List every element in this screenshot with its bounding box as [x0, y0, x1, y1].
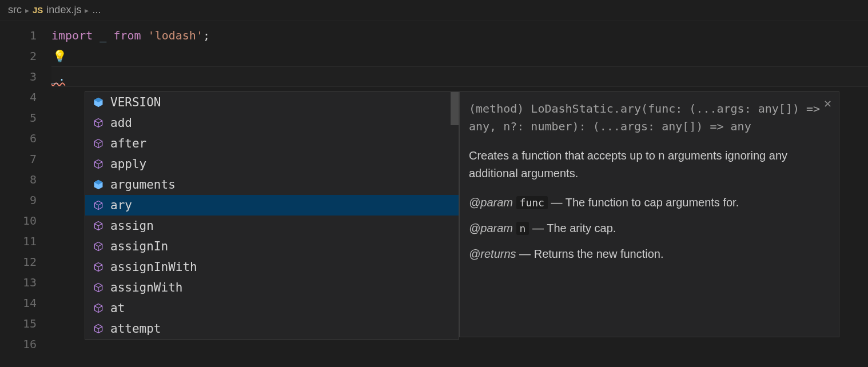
line-number: 14	[0, 293, 37, 313]
doc-signature: (method) LoDashStatic.ary(func: (...args…	[469, 100, 830, 135]
suggestion-item[interactable]: arguments	[85, 174, 459, 195]
file-type-badge: JS	[33, 5, 43, 15]
suggestion-item[interactable]: assignIn	[85, 236, 459, 257]
method-icon	[92, 322, 105, 335]
suggestion-label: assign	[110, 219, 154, 233]
line-number: 12	[0, 252, 37, 272]
suggestion-item[interactable]: at	[85, 298, 459, 318]
suggestion-item[interactable]: attempt	[85, 318, 459, 339]
suggestion-item[interactable]: apply	[85, 154, 459, 174]
method-icon	[92, 158, 105, 170]
suggestion-item[interactable]: ary	[85, 195, 459, 216]
breadcrumb-trailing[interactable]: ...	[92, 4, 101, 16]
line-number: 11	[0, 231, 37, 252]
token-keyword: from	[113, 29, 141, 42]
doc-description: Creates a function that accepts up to n …	[469, 147, 830, 182]
method-icon	[92, 137, 105, 150]
suggestion-label: arguments	[110, 178, 176, 192]
suggestion-label: assignWith	[110, 281, 182, 294]
line-number: 3	[0, 66, 37, 87]
doc-param-name: func	[516, 196, 548, 209]
method-icon	[92, 302, 105, 314]
line-number: 8	[0, 169, 37, 190]
doc-returns: @returns — Returns the new function.	[469, 245, 830, 263]
doc-param-tag: @param	[469, 196, 513, 209]
breadcrumb: src ▸ JS index.js ▸ ...	[0, 0, 868, 21]
doc-returns-desc: Returns the new function.	[534, 248, 664, 260]
breadcrumb-sep-icon: ▸	[85, 6, 89, 15]
token-string: 'lodash'	[148, 29, 203, 42]
method-icon	[92, 261, 105, 273]
suggestion-label: add	[110, 116, 132, 130]
line-number: 16	[0, 334, 37, 354]
suggestion-item[interactable]: assign	[85, 216, 459, 236]
suggestion-label: attempt	[110, 322, 161, 336]
line-number: 7	[0, 149, 37, 169]
suggestion-widget: VERSIONaddafterapplyargumentsaryassignas…	[85, 91, 459, 340]
doc-param-desc: The arity cap.	[547, 222, 616, 234]
code-line[interactable]	[51, 46, 868, 66]
suggestion-list[interactable]: VERSIONaddafterapplyargumentsaryassignas…	[85, 92, 459, 339]
token-punct: ;	[203, 29, 210, 42]
suggestion-label: ary	[110, 198, 132, 212]
suggestion-item[interactable]: after	[85, 133, 459, 154]
doc-param-name: n	[516, 222, 529, 235]
line-number: 13	[0, 272, 37, 293]
breadcrumb-folder[interactable]: src	[8, 4, 22, 16]
suggestion-item[interactable]: assignInWith	[85, 257, 459, 277]
method-icon	[92, 220, 105, 232]
method-icon	[92, 199, 105, 212]
close-icon[interactable]: ✕	[822, 97, 833, 108]
gutter: 12345678910111213141516	[0, 21, 51, 367]
doc-param: @param func — The function to cap argume…	[469, 194, 830, 212]
suggestion-label: VERSION	[110, 95, 161, 109]
method-icon	[92, 240, 105, 253]
token-variable: _	[99, 29, 106, 42]
lightbulb-icon[interactable]: 💡	[53, 46, 67, 66]
line-number: 4	[0, 87, 37, 107]
scrollbar-thumb[interactable]	[451, 92, 459, 125]
method-icon	[92, 281, 105, 294]
field-icon	[92, 178, 105, 191]
line-number: 5	[0, 107, 37, 128]
doc-param-tag: @param	[469, 222, 513, 234]
suggestion-details: ✕ (method) LoDashStatic.ary(func: (...ar…	[459, 91, 839, 337]
method-icon	[92, 117, 105, 129]
breadcrumb-filename[interactable]: index.js	[46, 4, 81, 16]
suggestion-item[interactable]: add	[85, 113, 459, 133]
suggestion-label: assignInWith	[110, 260, 197, 274]
code-line[interactable]: import _ from 'lodash';	[51, 25, 868, 46]
suggestion-item[interactable]: assignWith	[85, 277, 459, 298]
breadcrumb-sep-icon: ▸	[25, 6, 29, 15]
suggestion-item[interactable]: VERSION	[85, 92, 459, 113]
line-number: 2	[0, 46, 37, 66]
suggestion-label: after	[110, 137, 146, 150]
doc-param: @param n — The arity cap.	[469, 220, 830, 237]
field-icon	[92, 96, 105, 109]
token-keyword: import	[51, 29, 93, 42]
line-number: 9	[0, 190, 37, 210]
line-number: 6	[0, 128, 37, 149]
suggestion-label: at	[110, 301, 125, 315]
current-line-highlight	[51, 66, 868, 87]
suggestion-label: apply	[110, 157, 146, 171]
doc-param-desc: The function to cap arguments for.	[566, 196, 739, 209]
line-number: 10	[0, 210, 37, 231]
line-number: 15	[0, 313, 37, 334]
doc-returns-tag: @returns	[469, 248, 516, 260]
suggestion-label: assignIn	[110, 240, 168, 253]
line-number: 1	[0, 25, 37, 46]
